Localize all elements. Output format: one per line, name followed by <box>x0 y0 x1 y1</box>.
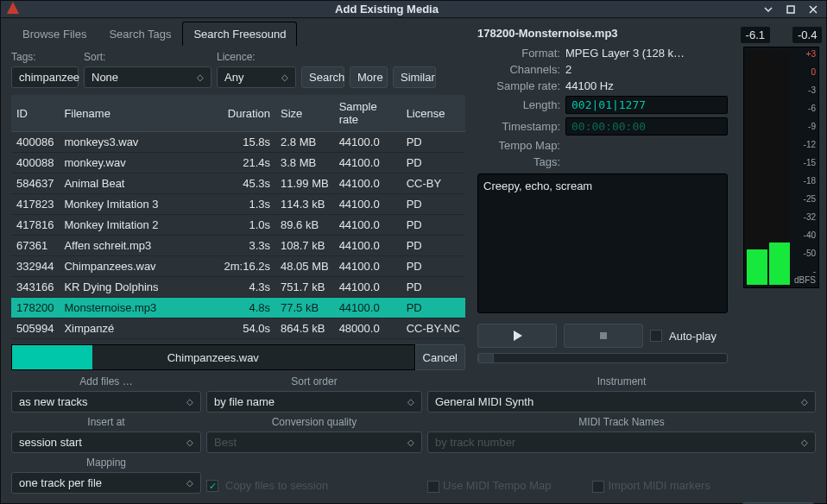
table-row[interactable]: 178200Monsternoise.mp34.8s77.5 kB44100.0… <box>11 298 465 318</box>
addfiles-select[interactable]: as new tracks◇ <box>11 391 201 413</box>
table-row[interactable]: 343166KR Dying Dolphins4.3s751.7 kB44100… <box>11 277 465 298</box>
channels-label: Channels: <box>477 63 565 76</box>
col-filename[interactable]: Filename <box>59 95 218 132</box>
tags-value: Creepy, echo, scream <box>477 173 728 313</box>
table-row[interactable]: 417823Monkey Imitation 31.3s114.3 kB4410… <box>11 194 465 215</box>
importmarkers-label: Import MIDI markers <box>608 479 710 492</box>
format-label: Format: <box>477 47 565 60</box>
sr-value: 44100 Hz <box>565 79 728 92</box>
seek-slider[interactable] <box>477 353 728 363</box>
copy-checkbox <box>206 480 218 492</box>
meter-tick: 0 <box>792 68 816 77</box>
minimize-icon[interactable] <box>761 2 776 17</box>
svg-rect-5 <box>600 332 607 339</box>
tempo-label: Tempo Map: <box>477 139 565 152</box>
tags-input[interactable]: chimpanzee <box>11 66 79 88</box>
svg-rect-1 <box>787 6 794 13</box>
importmarkers-checkbox <box>592 481 604 493</box>
chevron-down-icon: ◇ <box>186 478 193 488</box>
licence-select[interactable]: Any◇ <box>217 66 296 88</box>
sr-label: Sample rate: <box>477 79 565 92</box>
meter-tick: -18 <box>792 177 816 186</box>
insertat-select[interactable]: session start◇ <box>11 432 201 453</box>
meter-tick: -32 <box>792 213 816 222</box>
titlebar: Add Existing Media <box>1 1 826 18</box>
more-button[interactable]: More <box>350 66 388 88</box>
chevron-down-icon: ◇ <box>801 397 808 406</box>
tab-search-freesound[interactable]: Search Freesound <box>182 22 297 46</box>
ts-label: Timestamp: <box>477 120 565 133</box>
convq-label: Conversion quality <box>206 416 422 428</box>
chevron-down-icon: ◇ <box>186 438 193 447</box>
table-row[interactable]: 584637Animal Beat45.3s11.99 MB44100.0CC-… <box>11 173 465 194</box>
meter-tick: -12 <box>792 141 816 149</box>
play-button[interactable] <box>477 324 557 348</box>
meter-tick: -3 <box>792 86 816 95</box>
chevron-down-icon: ◇ <box>186 397 193 406</box>
sort-select[interactable]: None◇ <box>84 66 211 88</box>
midi-select[interactable]: by track number◇ <box>427 432 816 453</box>
preview-title: 178200-Monsternoise.mp3 <box>472 27 733 40</box>
autoplay-label: Auto-play <box>669 330 717 343</box>
insertat-label: Insert at <box>11 416 201 428</box>
format-value: MPEG Layer 3 (128 k… <box>565 47 728 60</box>
mapping-select[interactable]: one track per file◇ <box>11 472 201 494</box>
meter-tick: -dBFS <box>792 268 816 285</box>
maximize-icon[interactable] <box>783 2 799 17</box>
sort-label: Sort: <box>84 51 211 63</box>
usetempo-checkbox <box>427 481 439 493</box>
tab-search-tags[interactable]: Search Tags <box>98 22 182 46</box>
chevron-down-icon: ◇ <box>281 72 288 82</box>
close-icon[interactable] <box>805 2 821 17</box>
col-size[interactable]: Size <box>275 95 334 132</box>
meter-l <box>747 50 767 285</box>
autoplay-checkbox[interactable] <box>650 330 662 342</box>
usetempo-label: Use MIDI Tempo Map <box>443 479 551 492</box>
meter-peak-r: -0.4 <box>792 27 822 43</box>
meter-tick: -9 <box>792 123 816 131</box>
meter-r <box>769 50 790 285</box>
ts-value: 00:00:00:00 <box>565 117 728 135</box>
col-duration[interactable]: Duration <box>219 95 275 132</box>
sortorder-select[interactable]: by file name◇ <box>206 391 422 413</box>
meter-tick: -25 <box>792 195 816 204</box>
table-row[interactable]: 332944Chimpanzees.wav2m:16.2s48.05 MB441… <box>11 256 465 277</box>
tags-label: Tags: <box>477 155 565 168</box>
tabs: Browse Files Search Tags Search Freesoun… <box>11 22 465 46</box>
col-license[interactable]: License <box>401 95 465 132</box>
search-button[interactable]: Search <box>301 66 344 88</box>
table-row[interactable]: 400088monkey.wav21.4s3.8 MB44100.0PD <box>11 153 465 173</box>
progress-label: Chimpanzees.wav <box>167 351 259 364</box>
meter-tick: +3 <box>792 50 816 59</box>
table-row[interactable]: 505994Ximpanzé54.0s864.5 kB48000.0CC-BY-… <box>11 318 465 339</box>
col-sr[interactable]: Sample rate <box>334 95 401 132</box>
meter-tick: -6 <box>792 104 816 113</box>
results-table: ID Filename Duration Size Sample rate Li… <box>11 95 465 339</box>
chevron-down-icon: ◇ <box>407 397 414 406</box>
chevron-down-icon: ◇ <box>197 72 204 82</box>
col-id[interactable]: ID <box>11 95 59 132</box>
chevron-down-icon: ◇ <box>801 438 808 447</box>
meter-tick: -50 <box>792 249 816 258</box>
mapping-label: Mapping <box>11 457 201 469</box>
cancel-button[interactable]: Cancel <box>415 344 465 370</box>
sortorder-label: Sort order <box>206 375 422 387</box>
dialog-window: Add Existing Media Browse Files Search T… <box>0 0 827 504</box>
length-label: Length: <box>477 98 565 111</box>
midi-label: MIDI Track Names <box>427 416 816 428</box>
table-row[interactable]: 67361Affen schreit.mp33.3s108.7 kB44100.… <box>11 236 465 256</box>
window-title: Add Existing Media <box>20 3 754 16</box>
meter-tick: -40 <box>792 231 816 240</box>
meter-tick: -15 <box>792 159 816 167</box>
table-row[interactable]: 417816Monkey Imitation 21.0s89.6 kB44100… <box>11 215 465 236</box>
instrument-select[interactable]: General MIDI Synth◇ <box>427 391 816 413</box>
stop-button[interactable] <box>564 324 643 348</box>
tab-browse-files[interactable]: Browse Files <box>11 22 98 46</box>
convq-select[interactable]: Best◇ <box>206 432 422 453</box>
addfiles-label: Add files … <box>11 375 201 387</box>
svg-marker-0 <box>7 2 19 14</box>
download-progress: Chimpanzees.wav <box>11 344 415 370</box>
tags-label: Tags: <box>11 51 79 63</box>
table-row[interactable]: 400086monkeys3.wav15.8s2.8 MB44100.0PD <box>11 132 465 153</box>
similar-button[interactable]: Similar <box>393 66 436 88</box>
